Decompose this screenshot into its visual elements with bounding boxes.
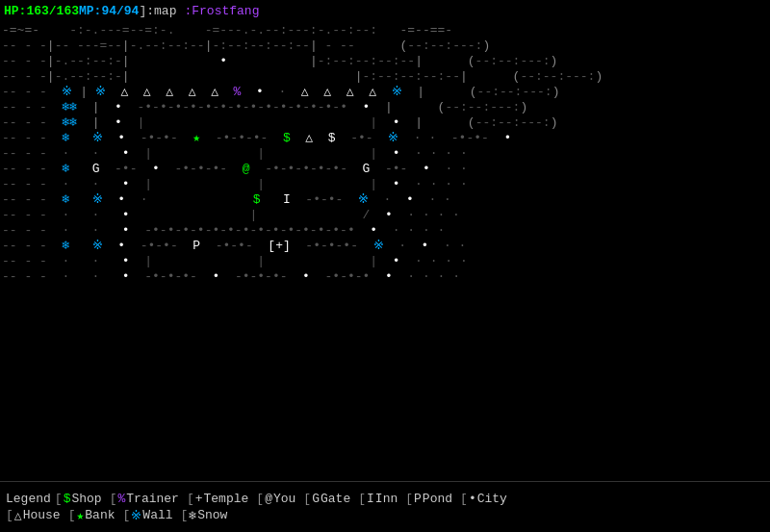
legend-wall: [※ Wall <box>123 508 173 523</box>
mp-display: MP:94/94 <box>79 4 139 18</box>
legend-temple: [+ Temple <box>187 492 248 506</box>
legend-trainer: [% Trainer <box>110 492 179 506</box>
legend-pond: [P Pond <box>405 492 452 506</box>
map-area: -=~=- -:-.---=--=:-. -=---.-.--:---:-.--… <box>0 21 770 487</box>
legend-house: [△ House <box>6 508 61 523</box>
ascii-map-pre: -=~=- -:-.---=--=:-. -=---.-.--:---:-.--… <box>0 21 770 487</box>
mode-display: ]:map <box>139 4 176 18</box>
legend-row-2: [△ House [★ Bank [※ Wall [❄ Snow <box>6 508 764 523</box>
top-bar: HP:163/163 MP:94/94 ]:map :Frostfang <box>0 0 770 21</box>
legend-inn: [I Inn <box>358 492 398 506</box>
game-container: HP:163/163 MP:94/94 ]:map :Frostfang -=~… <box>0 0 770 532</box>
legend-shop: [$ Shop <box>55 492 102 506</box>
legend-row-1: Legend [$ Shop [% Trainer [+ Temple [@ Y… <box>6 492 764 506</box>
legend-title: Legend <box>6 492 51 506</box>
legend-city: [• City <box>460 492 507 506</box>
legend-bank: [★ Bank <box>68 508 116 523</box>
legend-snow: [❄ Snow <box>181 508 228 523</box>
legend-gate: [G Gate <box>303 492 350 506</box>
legend-you: [@ You <box>256 492 295 506</box>
hp-display: HP:163/163 <box>4 4 79 18</box>
location-display: :Frostfang <box>184 4 259 18</box>
legend-bar: Legend [$ Shop [% Trainer [+ Temple [@ Y… <box>0 481 770 532</box>
